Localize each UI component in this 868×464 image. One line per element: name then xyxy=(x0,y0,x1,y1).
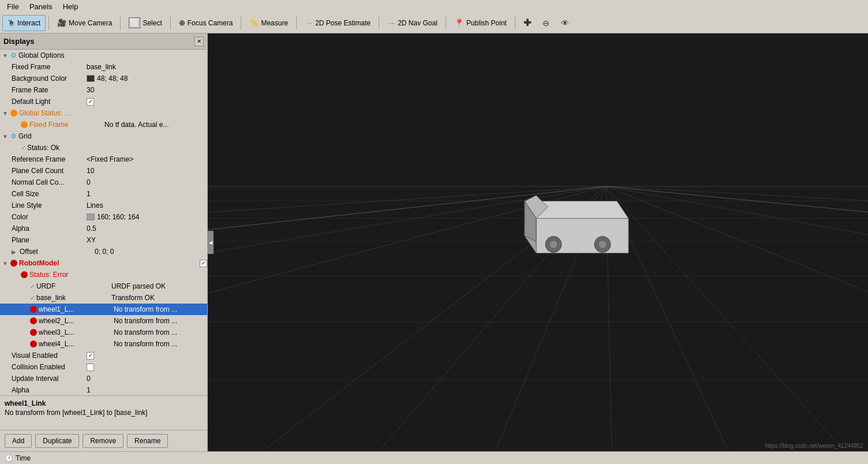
color-row[interactable]: Color 160; 160; 164 xyxy=(0,211,207,223)
svg-line-15 xyxy=(606,186,868,293)
svg-line-17 xyxy=(606,186,843,449)
base-link-row[interactable]: ✓ base_link Transform OK xyxy=(0,292,207,304)
nav-goal-icon: → xyxy=(387,18,395,28)
view-options-button[interactable]: 👁 xyxy=(556,15,574,31)
move-camera-button[interactable]: 🎥 Move Camera xyxy=(52,15,117,31)
global-options-row[interactable]: ▼ ⚙ Global Options xyxy=(0,50,207,61)
fixed-frame-status-row[interactable]: Fixed Frame No tf data. Actual e... xyxy=(0,119,207,130)
alpha2-row[interactable]: Alpha 1 xyxy=(0,384,207,395)
wheel3-value: No transform from ... xyxy=(114,328,207,336)
desc-text: No transform from [wheel1_Link] to [base… xyxy=(5,409,203,417)
add-cross-button[interactable]: ✚ xyxy=(518,15,536,31)
plane-cell-count-row[interactable]: Plane Cell Count 10 xyxy=(0,165,207,177)
grid-status-row[interactable]: ✓ Status: Ok xyxy=(0,142,207,154)
visual-enabled-row[interactable]: Visual Enabled ✓ xyxy=(0,350,207,361)
line-style-row[interactable]: Line Style Lines xyxy=(0,200,207,211)
add-button[interactable]: Add xyxy=(5,434,32,448)
visual-enabled-checkbox[interactable]: ✓ xyxy=(87,352,94,360)
normal-cell-label: Normal Cell Co... xyxy=(12,178,87,186)
3d-viewport[interactable]: ◀ xyxy=(208,33,868,451)
zoom-out-button[interactable]: ⊖ xyxy=(537,15,555,31)
publish-point-button[interactable]: 📍 Publish Point xyxy=(449,15,512,31)
offset-row[interactable]: ▶ Offset 0; 0; 0 xyxy=(0,246,207,257)
tree-container[interactable]: ▼ ⚙ Global Options Fixed Frame base_link… xyxy=(0,50,207,395)
expand-arrow-2: ▼ xyxy=(2,110,9,117)
wheel2-row[interactable]: wheel2_L... No transform from ... xyxy=(0,315,207,327)
default-light-row[interactable]: Default Light ✓ xyxy=(0,96,207,107)
normal-cell-row[interactable]: Normal Cell Co... 0 xyxy=(0,177,207,188)
cell-size-value: 1 xyxy=(87,190,207,198)
robot-model-checkbox[interactable]: ✓ xyxy=(200,260,207,267)
move-camera-icon: 🎥 xyxy=(57,18,66,27)
menu-file[interactable]: File xyxy=(2,1,24,12)
toolbar-separator-6 xyxy=(379,16,379,30)
nav-goal-button[interactable]: → 2D Nav Goal xyxy=(382,15,443,31)
focus-camera-button[interactable]: ⊕ Focus Camera xyxy=(174,15,238,31)
grid-status-label: Status: Ok xyxy=(27,144,59,152)
cell-size-label: Cell Size xyxy=(12,190,87,198)
collision-enabled-label: Collision Enabled xyxy=(12,363,87,371)
measure-button[interactable]: 📏 Measure xyxy=(244,15,293,31)
grid-label: Grid xyxy=(18,132,32,140)
panel-collapse-button[interactable]: ◀ xyxy=(208,231,214,254)
wheel4-label: wheel4_L... xyxy=(39,340,114,348)
remove-button[interactable]: Remove xyxy=(83,434,124,448)
background-color-row[interactable]: Background Color 48; 48; 48 xyxy=(0,73,207,84)
robot-svg xyxy=(502,178,640,271)
default-light-label: Default Light xyxy=(12,98,87,106)
bottom-buttons: Add Duplicate Remove Rename xyxy=(0,430,207,451)
wheel1-row[interactable]: wheel1_L... No transform from ... xyxy=(0,304,207,315)
menu-help[interactable]: Help xyxy=(58,1,83,12)
wheel2-label: wheel2_L... xyxy=(39,317,114,325)
wheel1-error-icon xyxy=(30,306,37,313)
collision-enabled-row[interactable]: Collision Enabled xyxy=(0,361,207,373)
background-color-swatch xyxy=(87,75,95,82)
frame-rate-row[interactable]: Frame Rate 30 xyxy=(0,84,207,96)
time-icon: 🕐 xyxy=(5,454,13,462)
close-displays-button[interactable]: ✕ xyxy=(194,37,204,46)
plane-row[interactable]: Plane XY xyxy=(0,234,207,246)
alpha-row[interactable]: Alpha 0.5 xyxy=(0,223,207,234)
interact-button[interactable]: 🖱 Interact xyxy=(2,15,46,31)
toolbar-separator-2 xyxy=(120,16,121,30)
grid-row[interactable]: ▼ ⚙ Grid xyxy=(0,130,207,142)
wheel4-error-icon xyxy=(30,340,37,347)
reference-frame-row[interactable]: Reference Frame <Fixed Frame> xyxy=(0,154,207,165)
base-link-value: Transform OK xyxy=(111,294,207,302)
wheel4-row[interactable]: wheel4_L... No transform from ... xyxy=(0,338,207,350)
line-style-label: Line Style xyxy=(12,201,87,209)
toolbar: 🖱 Interact 🎥 Move Camera ⬜ Select ⊕ Focu… xyxy=(0,13,868,33)
fixed-frame-status-label: Fixed Frame xyxy=(29,121,104,129)
color-label: Color xyxy=(12,213,87,221)
pose-estimate-button[interactable]: → 2D Pose Estimate xyxy=(300,15,376,31)
menu-panels[interactable]: Panels xyxy=(25,1,57,12)
robot-model-row[interactable]: ▼ RobotModel ✓ xyxy=(0,257,207,269)
collision-enabled-checkbox[interactable] xyxy=(87,364,94,371)
grid-status-check-icon: ✓ xyxy=(21,144,26,152)
fixed-frame-value: base_link xyxy=(87,63,207,71)
displays-panel: Displays ✕ ▼ ⚙ Global Options Fixed Fram… xyxy=(0,33,208,451)
measure-icon: 📏 xyxy=(249,18,259,27)
eye-icon: 👁 xyxy=(561,18,569,28)
wheel3-row[interactable]: wheel3_L... No transform from ... xyxy=(0,327,207,338)
rename-button[interactable]: Rename xyxy=(127,434,168,448)
update-interval-row[interactable]: Update Interval 0 xyxy=(0,373,207,384)
wheel3-error-icon xyxy=(30,329,37,336)
base-link-label: base_link xyxy=(36,294,111,302)
wheel3-label: wheel3_L... xyxy=(39,328,114,336)
select-icon: ⬜ xyxy=(129,17,140,28)
global-status-row[interactable]: ▼ Global Status: ... xyxy=(0,107,207,119)
duplicate-button[interactable]: Duplicate xyxy=(35,434,79,448)
wheel2-error-icon xyxy=(30,317,37,324)
urdf-row[interactable]: ✓ URDF URDF parsed OK xyxy=(0,280,207,292)
select-button[interactable]: ⬜ Select xyxy=(124,15,167,31)
desc-title: wheel1_Link xyxy=(5,399,203,407)
status-error-row[interactable]: Status: Error xyxy=(0,269,207,280)
interact-icon: 🖱 xyxy=(8,18,15,27)
plane-cell-count-label: Plane Cell Count xyxy=(12,167,87,175)
svg-point-29 xyxy=(598,241,607,249)
fixed-frame-row[interactable]: Fixed Frame base_link xyxy=(0,61,207,73)
default-light-checkbox[interactable]: ✓ xyxy=(87,98,94,106)
cell-size-row[interactable]: Cell Size 1 xyxy=(0,188,207,200)
color-swatch xyxy=(87,214,95,220)
